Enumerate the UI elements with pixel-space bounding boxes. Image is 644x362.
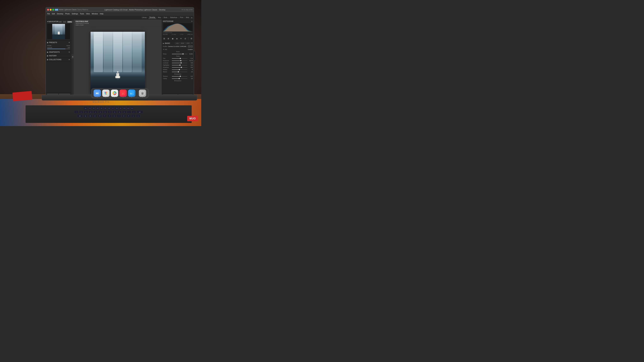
adjust-slider-4[interactable] xyxy=(172,65,187,65)
adjust-value-5: +32 xyxy=(188,66,193,68)
adjust-thumb-4 xyxy=(179,64,181,66)
menu-edit[interactable]: Edit xyxy=(52,13,55,15)
menu-photo[interactable]: Photo xyxy=(65,13,70,15)
adjust-row-shadows: Shadows +32 xyxy=(163,66,193,68)
photo-date: 20/04/2024 12:48:08 xyxy=(76,22,160,24)
menu-help[interactable]: Help xyxy=(100,13,104,15)
module-web[interactable]: Web xyxy=(185,16,190,19)
menu-develop[interactable]: Develop xyxy=(57,13,63,15)
adjust-value-0: 5,654 xyxy=(188,53,193,55)
tone-section-label: Tone xyxy=(163,51,193,52)
dock-icon-trash[interactable] xyxy=(139,89,146,97)
adjust-value-2: +0.70 xyxy=(188,60,193,61)
adjust-label-6: Whites xyxy=(163,69,171,70)
history-header[interactable]: ▶ History xyxy=(46,54,71,57)
snapshots-add-btn[interactable]: + xyxy=(68,51,70,53)
adjust-fill-1 xyxy=(172,58,180,59)
svg-point-8 xyxy=(98,93,98,93)
dock-icon-chrome[interactable] xyxy=(111,89,118,97)
module-book[interactable]: Book xyxy=(163,16,168,19)
develop-tools-row: ⊞ ⊕ ◉ ◈ ✦ ⊘ ⚙ xyxy=(162,36,194,41)
zoom-fit[interactable]: FIT xyxy=(58,21,62,23)
maximize-button[interactable] xyxy=(52,9,54,11)
adjust-slider-3[interactable] xyxy=(172,63,187,63)
tab-hdr[interactable]: HDR xyxy=(186,42,191,44)
adjust-row-tint: Tint + 14 xyxy=(163,58,193,59)
wb-eyedropper[interactable]: ✦ WB : xyxy=(163,48,168,50)
menu-window[interactable]: Window xyxy=(92,13,98,15)
adjust-thumb-9 xyxy=(178,78,180,79)
key-f12: F12 xyxy=(130,107,134,110)
collections-header[interactable]: ▶ Collections + xyxy=(46,58,71,61)
adjust-slider-6[interactable] xyxy=(172,69,187,70)
profile-grid-btn[interactable] xyxy=(188,45,190,47)
key-r: R xyxy=(98,114,102,117)
key-0: 0 xyxy=(122,110,126,114)
presets-add-btn[interactable]: + xyxy=(68,41,70,43)
adjust-slider-7[interactable] xyxy=(172,72,187,72)
left-panel-collapse[interactable]: ◀ xyxy=(72,54,74,59)
tool-settings[interactable]: ⚙ xyxy=(190,37,193,40)
adjust-slider-5[interactable] xyxy=(172,67,187,68)
dock-icon-finder[interactable] xyxy=(94,89,101,97)
tab-bw[interactable]: B&W xyxy=(180,42,185,44)
close-button[interactable] xyxy=(47,9,49,11)
nav-sep-2: | xyxy=(156,16,157,18)
histogram-section: Histogram ▼ xyxy=(162,19,194,36)
adjust-row-texture: Texture +12 xyxy=(163,75,193,77)
snapshots-header[interactable]: ▶ Snapshots + xyxy=(46,50,71,54)
snapshots-triangle: ▶ xyxy=(47,51,48,53)
menu-view[interactable]: View xyxy=(86,13,90,15)
hist-photo-text: Original Photo xyxy=(164,32,172,33)
adjust-slider-9[interactable] xyxy=(172,78,187,79)
adjust-slider-1[interactable] xyxy=(172,58,187,59)
tool-compare[interactable]: ⊘ xyxy=(184,37,186,40)
snapshots-section: ▶ Snapshots + xyxy=(46,50,71,54)
svg-point-7 xyxy=(96,93,97,93)
module-library[interactable]: Library xyxy=(141,16,148,19)
collections-add-btn[interactable]: + xyxy=(68,58,70,61)
profile-list-btn[interactable] xyxy=(190,45,193,47)
tone-divider: Tone xyxy=(163,55,193,57)
tool-masking[interactable]: ◈ xyxy=(176,37,178,40)
dock-separator xyxy=(137,90,137,96)
zoom-100[interactable]: 100% xyxy=(67,21,72,23)
adjust-slider-0[interactable] xyxy=(172,54,187,54)
menu-file[interactable]: File xyxy=(47,13,50,15)
tool-redeye[interactable]: ◉ xyxy=(171,37,174,40)
key-7: 7 xyxy=(108,110,112,114)
tool-heal[interactable]: ⊕ xyxy=(167,37,170,40)
presets-label: Presets xyxy=(49,42,57,43)
svg-point-11 xyxy=(106,92,106,93)
histogram-toggle[interactable]: ▼ xyxy=(191,20,193,22)
adjust-fill-5 xyxy=(172,67,182,68)
menu-tools[interactable]: Tools xyxy=(80,13,84,15)
adjust-row-blacks: Blacks -24 xyxy=(163,71,193,73)
module-slideshow[interactable]: Slideshow xyxy=(169,16,178,19)
basic-panel-toggle[interactable]: ▼ xyxy=(191,42,193,44)
minimize-button[interactable] xyxy=(50,9,52,11)
adjust-fill-3 xyxy=(172,63,181,63)
module-develop[interactable]: Develop xyxy=(148,16,156,19)
adjust-slider-8[interactable] xyxy=(172,76,187,77)
adjust-row-clarity: Clarity -10 xyxy=(163,78,193,79)
amount-slider[interactable] xyxy=(47,49,70,49)
profile-icons xyxy=(188,45,193,47)
adjust-slider-2[interactable] xyxy=(172,60,187,61)
stream-5 xyxy=(132,32,142,72)
module-print[interactable]: Print xyxy=(179,16,184,19)
tool-crop[interactable]: ⊞ xyxy=(163,37,166,40)
menu-settings[interactable]: Settings xyxy=(72,13,78,15)
key-f3: F3 xyxy=(96,107,99,110)
adjust-row-highlights: Highlights +10 xyxy=(163,64,193,66)
zoom-fill[interactable]: 1:1 xyxy=(63,21,66,23)
adjust-fill-6 xyxy=(172,69,179,70)
dock-icon-music[interactable]: ♪ xyxy=(120,89,127,97)
dock-icon-launchpad[interactable] xyxy=(102,89,110,97)
adjust-label-2: Exposure xyxy=(163,60,171,61)
tool-eyedropper[interactable]: ✦ xyxy=(180,37,182,40)
module-map[interactable]: Map xyxy=(157,16,162,19)
presets-header[interactable]: ▶ Presets + xyxy=(46,40,71,44)
tab-auto[interactable]: Auto xyxy=(175,42,180,44)
dock-icon-lightroom[interactable]: Lr xyxy=(128,89,136,97)
